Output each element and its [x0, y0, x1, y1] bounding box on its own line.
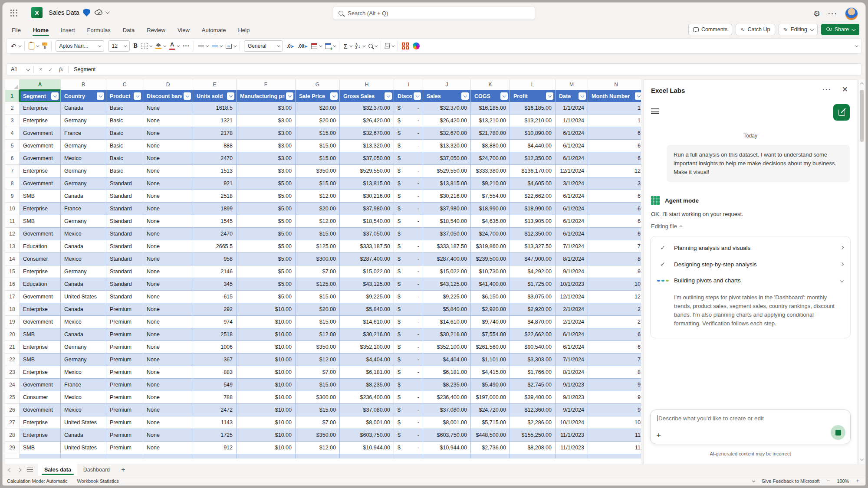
table-cell[interactable]: $8,235.00 — [423, 379, 471, 391]
chat-input[interactable]: Describe what you'd like to create or ed… — [650, 409, 851, 444]
table-cell[interactable]: $10.00 — [237, 391, 296, 404]
table-cell[interactable]: $22,662.00 — [510, 190, 556, 203]
table-cell[interactable]: $20.00 — [296, 203, 340, 215]
table-cell[interactable]: United States — [61, 442, 106, 454]
row-header-27[interactable]: 27 — [5, 416, 20, 429]
table-cell[interactable]: $352,100.00 — [340, 341, 394, 354]
table-cell[interactable]: $30,216.00 — [423, 328, 471, 341]
table-cell[interactable]: $300.00 — [296, 391, 340, 404]
table-cell[interactable]: $197,000.00 — [471, 391, 510, 404]
table-cell[interactable]: $5.00 — [237, 253, 296, 265]
table-cell[interactable]: $15.00 — [296, 140, 340, 152]
table-cell[interactable]: $18,990.00 — [510, 203, 556, 215]
table-cell[interactable]: 7 — [588, 354, 641, 366]
table-cell[interactable]: Germany — [61, 354, 106, 366]
table-cell[interactable]: None — [143, 429, 193, 442]
table-cell[interactable]: 2/1/2024 — [556, 316, 588, 328]
table-cell[interactable]: $3.00 — [237, 152, 296, 165]
table-cell[interactable]: $15,022.00 — [423, 265, 471, 278]
table-cell[interactable]: Education — [20, 278, 61, 291]
table-cell[interactable]: Standard — [106, 203, 143, 215]
table-cell[interactable]: 1725 — [193, 429, 237, 442]
table-cell[interactable]: $24,700.00 — [471, 152, 510, 165]
table-cell[interactable]: 974 — [193, 316, 237, 328]
ribbon-tab-help[interactable]: Help — [237, 25, 250, 35]
table-cell[interactable]: Basic — [106, 102, 143, 115]
add-sheet-button[interactable]: + — [116, 464, 130, 476]
formula-input[interactable]: Segment — [69, 66, 101, 72]
table-cell[interactable]: Government — [20, 127, 61, 140]
sort-filter-button[interactable]: AZ↓ — [355, 43, 365, 49]
ribbon-tab-review[interactable]: Review — [146, 25, 166, 35]
panel-more-icon[interactable]: ··· — [822, 86, 832, 93]
table-cell[interactable]: Enterprise — [20, 416, 61, 429]
filter-dropdown-icon[interactable] — [184, 92, 191, 100]
font-size-select[interactable]: 12 — [108, 40, 130, 52]
table-cell[interactable]: $13,905.00 — [510, 215, 556, 228]
table-cell[interactable]: 6/1/2024 — [556, 328, 588, 341]
decrease-decimal-button[interactable]: .00➤ — [298, 43, 307, 49]
table-cell[interactable]: $- — [394, 416, 423, 429]
autosave-status[interactable] — [95, 9, 108, 15]
row-header-23[interactable]: 23 — [5, 366, 20, 379]
table-cell[interactable]: $ — [394, 228, 423, 240]
table-cell[interactable]: 1545 — [193, 215, 237, 228]
table-cell[interactable]: 888 — [193, 140, 237, 152]
table-cell[interactable]: $7,554.00 — [471, 328, 510, 341]
table-cell[interactable]: $1,101.00 — [471, 354, 510, 366]
table-cell[interactable]: $3.00 — [237, 140, 296, 152]
table-cell[interactable]: $6,150.00 — [471, 291, 510, 303]
table-cell[interactable]: $14,610.00 — [340, 316, 394, 328]
table-cell[interactable]: $4,605.00 — [510, 177, 556, 190]
table-header-cell[interactable]: Gross Sales — [340, 90, 394, 102]
table-cell[interactable]: 8/1/2024 — [556, 366, 588, 379]
table-cell[interactable]: $16,185.00 — [471, 102, 510, 115]
table-cell[interactable]: Premium — [106, 316, 143, 328]
table-cell[interactable]: $6,181.00 — [340, 366, 394, 379]
table-cell[interactable]: 3 — [588, 177, 641, 190]
sensitivity-button[interactable] — [385, 43, 394, 49]
row-header-1[interactable]: 1 — [5, 90, 20, 102]
table-cell[interactable]: 2/1/2024 — [556, 303, 588, 316]
sheet-tab-dashboard[interactable]: Dashboard — [77, 464, 116, 476]
filter-dropdown-icon[interactable] — [385, 92, 392, 100]
table-cell[interactable]: $2,736.00 — [471, 442, 510, 454]
table-header-cell[interactable]: Units sold — [193, 90, 237, 102]
table-cell[interactable]: $30,216.00 — [340, 328, 394, 341]
table-cell[interactable]: Canada — [61, 102, 106, 115]
table-cell[interactable]: $32,670.00 — [423, 127, 471, 140]
table-cell[interactable]: 2472 — [193, 404, 237, 416]
table-cell[interactable]: $4,292.00 — [510, 265, 556, 278]
table-cell[interactable]: $350.00 — [296, 429, 340, 442]
row-header-9[interactable]: 9 — [5, 190, 20, 203]
table-cell[interactable]: None — [143, 203, 193, 215]
wrap-text-button[interactable] — [212, 44, 222, 49]
table-cell[interactable]: $10.00 — [237, 379, 296, 391]
table-cell[interactable]: None — [143, 240, 193, 253]
table-cell[interactable]: $10,730.00 — [471, 265, 510, 278]
table-cell[interactable]: None — [143, 253, 193, 265]
table-cell[interactable]: 9 — [588, 391, 641, 404]
filter-dropdown-icon[interactable] — [461, 92, 469, 100]
table-cell[interactable]: $5.00 — [237, 215, 296, 228]
row-header-12[interactable]: 12 — [5, 228, 20, 240]
table-cell[interactable]: $155,250.00 — [510, 429, 556, 442]
table-cell[interactable]: Germany — [61, 265, 106, 278]
stop-generating-button[interactable] — [831, 425, 845, 440]
table-cell[interactable]: $10,890.00 — [510, 127, 556, 140]
table-cell[interactable]: None — [143, 228, 193, 240]
table-cell[interactable]: $7,554.00 — [471, 190, 510, 203]
table-cell[interactable]: $8,001.00 — [423, 416, 471, 429]
table-cell[interactable]: 1006 — [193, 341, 237, 354]
column-header-N[interactable]: N — [588, 79, 641, 90]
table-cell[interactable]: Standard — [106, 240, 143, 253]
table-cell[interactable]: $333,380.00 — [471, 165, 510, 177]
table-cell[interactable]: 12 — [588, 165, 641, 177]
table-cell[interactable]: $8,001.00 — [340, 416, 394, 429]
table-cell[interactable]: 1 — [588, 102, 641, 115]
table-cell[interactable]: $12,350.00 — [510, 152, 556, 165]
table-cell[interactable]: $3.00 — [237, 115, 296, 127]
table-cell[interactable]: $- — [394, 354, 423, 366]
table-cell[interactable]: Mexico — [61, 152, 106, 165]
settings-gear-icon[interactable]: ⚙ — [813, 10, 820, 18]
